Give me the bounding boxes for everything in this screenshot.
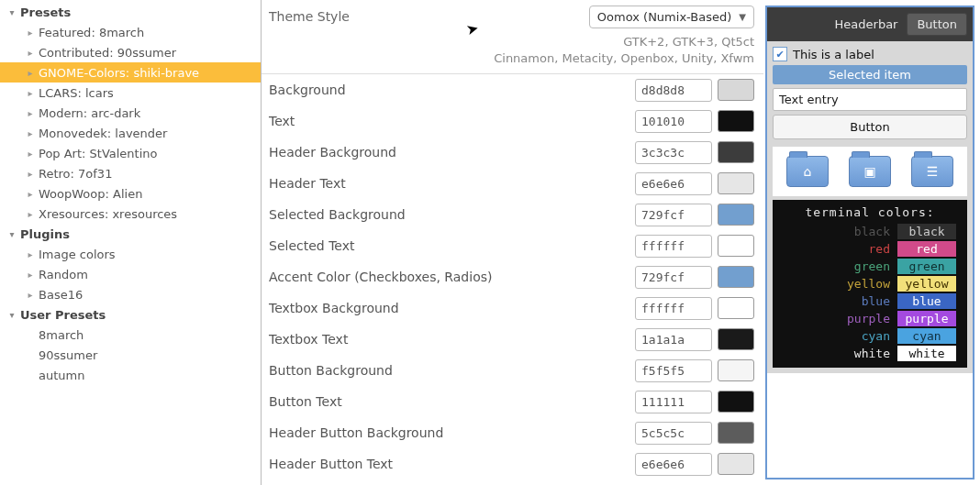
- subtitle-line-1: GTK+2, GTK+3, Qt5ct: [494, 34, 754, 50]
- color-swatch[interactable]: [718, 110, 754, 132]
- color-swatch[interactable]: [718, 266, 754, 288]
- plugin-random[interactable]: ▸Random: [0, 264, 261, 284]
- color-row-label: Button Background: [269, 363, 635, 378]
- checkbox-icon[interactable]: ✔: [773, 47, 787, 61]
- color-row-label: Header Background: [269, 145, 635, 160]
- sidebar-item-label: LCARS: lcars: [39, 86, 114, 100]
- color-hex-input[interactable]: 729fcf: [635, 204, 712, 226]
- folder-glyph: ☰: [912, 157, 952, 186]
- folder-icon-2[interactable]: ☰: [911, 156, 953, 187]
- sidebar-section-label: User Presets: [20, 308, 106, 322]
- preset-retro-7of31[interactable]: ▸Retro: 7of31: [0, 163, 261, 183]
- userpreset-90ssumer[interactable]: 90ssumer: [0, 345, 261, 365]
- color-hex-input[interactable]: 111111: [635, 391, 712, 413]
- color-hex-input[interactable]: e6e6e6: [635, 172, 712, 195]
- color-text: Text101010: [269, 105, 754, 137]
- terminal-color-chip: black: [897, 224, 956, 239]
- sidebar-item-label: WoopWoop: Alien: [39, 187, 142, 201]
- color-hdr-btn-text: Header Button Texte6e6e6: [269, 448, 754, 479]
- color-btn-text: Button Text111111: [269, 386, 754, 417]
- folder-icon-0[interactable]: ⌂: [786, 156, 829, 187]
- sidebar-item-label: Pop Art: StValentino: [39, 147, 158, 160]
- preview-selected-item[interactable]: Selected item: [773, 65, 967, 84]
- color-row-label: Accent Color (Checkboxes, Radios): [269, 270, 635, 284]
- color-hex-input[interactable]: ffffff: [635, 235, 712, 258]
- expander-right-icon: ▸: [24, 88, 37, 98]
- preset-modern-arc-dark[interactable]: ▸Modern: arc-dark: [0, 103, 261, 123]
- sidebar-item-label: Contributed: 90ssumer: [39, 46, 176, 60]
- expander-right-icon: ▸: [24, 169, 37, 179]
- sidebar-item-label: 8march: [39, 328, 84, 342]
- color-hex-input[interactable]: 729fcf: [635, 266, 712, 289]
- color-swatch[interactable]: [718, 453, 754, 475]
- terminal-color-cyan: cyancyan: [778, 327, 962, 345]
- sidebar-item-label: Xresources: xresources: [39, 207, 177, 221]
- preview-icons-row: ⌂▣☰: [773, 147, 967, 196]
- sidebar-item-label: 90ssumer: [39, 348, 97, 362]
- color-hex-input[interactable]: 3c3c3c: [635, 141, 712, 164]
- color-swatch[interactable]: [718, 79, 754, 101]
- color-accent: Accent Color (Checkboxes, Radios)729fcf: [269, 261, 754, 292]
- color-hex-input[interactable]: ffffff: [635, 297, 712, 320]
- sidebar-item-label: Base16: [39, 288, 83, 302]
- theme-style-dropdown[interactable]: Oomox (Numix-Based) ▼: [589, 6, 754, 28]
- terminal-color-black: blackblack: [778, 223, 962, 240]
- color-swatch[interactable]: [718, 297, 754, 319]
- color-hex-input[interactable]: 101010: [635, 110, 712, 133]
- expander-right-icon: ▸: [24, 108, 37, 118]
- terminal-color-chip: cyan: [897, 328, 956, 344]
- preview-headerbar-button[interactable]: Button: [907, 13, 967, 36]
- sidebar-item-label: Modern: arc-dark: [39, 106, 140, 120]
- color-swatch[interactable]: [718, 235, 754, 257]
- color-hex-input[interactable]: e6e6e6: [635, 453, 712, 476]
- preset-featured-8march[interactable]: ▸Featured: 8march: [0, 22, 261, 42]
- color-row-label: Header Button Text: [269, 457, 635, 471]
- terminal-color-yellow: yellowyellow: [778, 275, 962, 292]
- sidebar-section-plugins[interactable]: ▾Plugins: [0, 224, 261, 244]
- terminal-color-purple: purplepurple: [778, 310, 962, 327]
- preset-gnome-colors-shiki-brave[interactable]: ▸GNOME-Colors: shiki-brave: [0, 62, 261, 83]
- userpreset-autumn[interactable]: autumn: [0, 365, 261, 385]
- plugin-image-colors[interactable]: ▸Image colors: [0, 244, 261, 264]
- theme-preview-panel: Headerbar Button ✔ This is a label Selec…: [765, 6, 974, 479]
- preset-monovedek-lavender[interactable]: ▸Monovedek: lavender: [0, 123, 261, 143]
- color-swatch[interactable]: [718, 422, 754, 444]
- theme-style-title: Theme Style: [269, 6, 494, 24]
- terminal-color-name: cyan: [784, 329, 897, 343]
- expander-right-icon: ▸: [24, 290, 37, 300]
- color-swatch[interactable]: [718, 328, 754, 350]
- preset-xresources[interactable]: ▸Xresources: xresources: [0, 204, 261, 224]
- preset-popart-stvalentino[interactable]: ▸Pop Art: StValentino: [0, 143, 261, 163]
- sidebar-section-presets[interactable]: ▾Presets: [0, 2, 261, 22]
- userpreset-8march[interactable]: 8march: [0, 325, 261, 345]
- sidebar-item-label: Random: [39, 268, 88, 281]
- color-row-label: Selected Background: [269, 207, 635, 222]
- color-swatch[interactable]: [718, 204, 754, 226]
- preview-body: ✔ This is a label Selected item Text ent…: [767, 41, 973, 373]
- theme-style-header: Theme Style Oomox (Numix-Based) ▼ GTK+2,…: [262, 0, 763, 74]
- color-row-label: Header Button Background: [269, 425, 635, 440]
- sidebar-section-user-presets[interactable]: ▾User Presets: [0, 304, 261, 325]
- terminal-color-white: whitewhite: [778, 345, 962, 362]
- preview-button[interactable]: Button: [773, 115, 967, 139]
- color-swatch[interactable]: [718, 359, 754, 381]
- color-swatch[interactable]: [718, 172, 754, 194]
- expander-right-icon: ▸: [24, 249, 37, 259]
- plugin-base16[interactable]: ▸Base16: [0, 284, 261, 304]
- sidebar-item-label: GNOME-Colors: shiki-brave: [39, 66, 199, 80]
- sidebar-item-label: Monovedek: lavender: [39, 127, 167, 140]
- folder-icon-1[interactable]: ▣: [849, 156, 891, 187]
- preset-contributed-90ssumer[interactable]: ▸Contributed: 90ssumer: [0, 42, 261, 62]
- preview-checkbox-label: This is a label: [793, 48, 874, 61]
- sidebar-section-label: Plugins: [20, 227, 70, 241]
- color-swatch[interactable]: [718, 391, 754, 413]
- color-hex-input[interactable]: d8d8d8: [635, 79, 712, 102]
- preview-checkbox-row[interactable]: ✔ This is a label: [773, 47, 967, 61]
- color-hex-input[interactable]: 1a1a1a: [635, 328, 712, 351]
- color-hex-input[interactable]: f5f5f5: [635, 359, 712, 382]
- preview-text-entry[interactable]: Text entry: [773, 88, 967, 111]
- preset-lcars[interactable]: ▸LCARS: lcars: [0, 83, 261, 103]
- color-hex-input[interactable]: 5c5c5c: [635, 422, 712, 445]
- preset-woopwoop-alien[interactable]: ▸WoopWoop: Alien: [0, 183, 261, 204]
- color-swatch[interactable]: [718, 141, 754, 163]
